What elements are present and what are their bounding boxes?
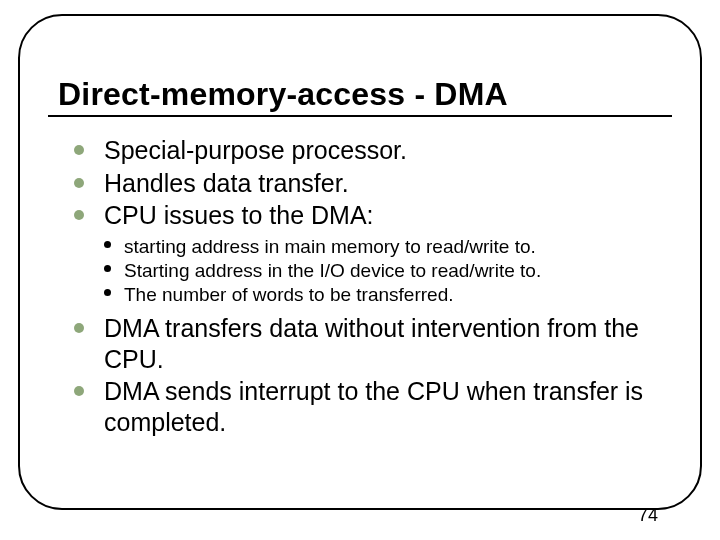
slide: Direct-memory-access - DMA Special-purpo… (0, 0, 720, 540)
bullet-item: DMA transfers data without intervention … (74, 313, 674, 374)
bullet-text: CPU issues to the DMA: (104, 201, 374, 229)
sub-bullet-item: Starting address in the I/O device to re… (104, 259, 674, 283)
title-underline (48, 115, 672, 117)
bullet-item: CPU issues to the DMA: starting address … (74, 200, 674, 307)
sub-bullet-list: starting address in main memory to read/… (104, 235, 674, 308)
sub-bullet-item: The number of words to be transferred. (104, 283, 674, 307)
sub-bullet-item: starting address in main memory to read/… (104, 235, 674, 259)
bullet-item: DMA sends interrupt to the CPU when tran… (74, 376, 674, 437)
page-number: 74 (638, 505, 658, 526)
bullet-item: Handles data transfer. (74, 168, 674, 199)
bullet-item: Special-purpose processor. (74, 135, 674, 166)
slide-title: Direct-memory-access - DMA (58, 76, 686, 113)
bullet-list: Special-purpose processor. Handles data … (34, 135, 686, 437)
